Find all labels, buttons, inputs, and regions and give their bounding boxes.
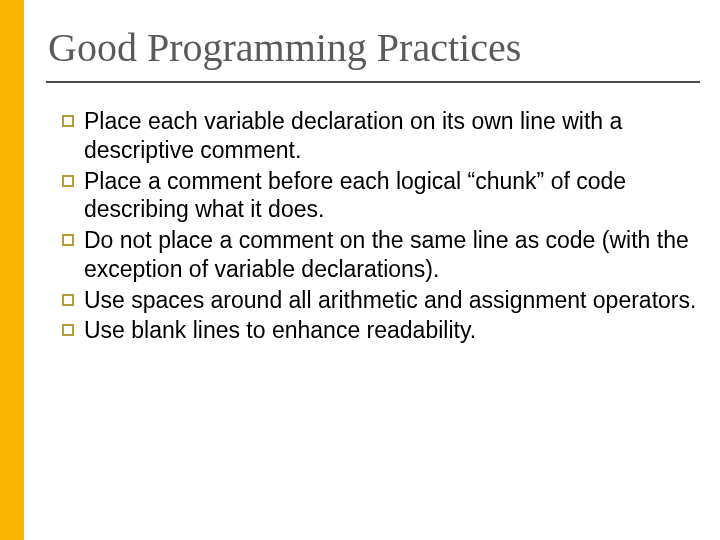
bullet-text: Use blank lines to enhance readability. [84, 316, 700, 345]
slide-accent-bar [0, 0, 24, 540]
list-item: Place a comment before each logical “chu… [62, 167, 700, 225]
bullet-square-icon [62, 294, 74, 306]
list-item: Use blank lines to enhance readability. [62, 316, 700, 345]
bullet-text: Use spaces around all arithmetic and ass… [84, 286, 700, 315]
list-item: Do not place a comment on the same line … [62, 226, 700, 284]
title-underline [46, 81, 700, 83]
bullet-list: Place each variable declaration on its o… [48, 107, 700, 345]
bullet-text: Do not place a comment on the same line … [84, 226, 700, 284]
bullet-square-icon [62, 175, 74, 187]
list-item: Use spaces around all arithmetic and ass… [62, 286, 700, 315]
bullet-square-icon [62, 234, 74, 246]
bullet-square-icon [62, 324, 74, 336]
bullet-square-icon [62, 115, 74, 127]
slide-content: Good Programming Practices Place each va… [48, 24, 700, 347]
bullet-text: Place each variable declaration on its o… [84, 107, 700, 165]
slide-title: Good Programming Practices [48, 24, 700, 81]
list-item: Place each variable declaration on its o… [62, 107, 700, 165]
bullet-text: Place a comment before each logical “chu… [84, 167, 700, 225]
